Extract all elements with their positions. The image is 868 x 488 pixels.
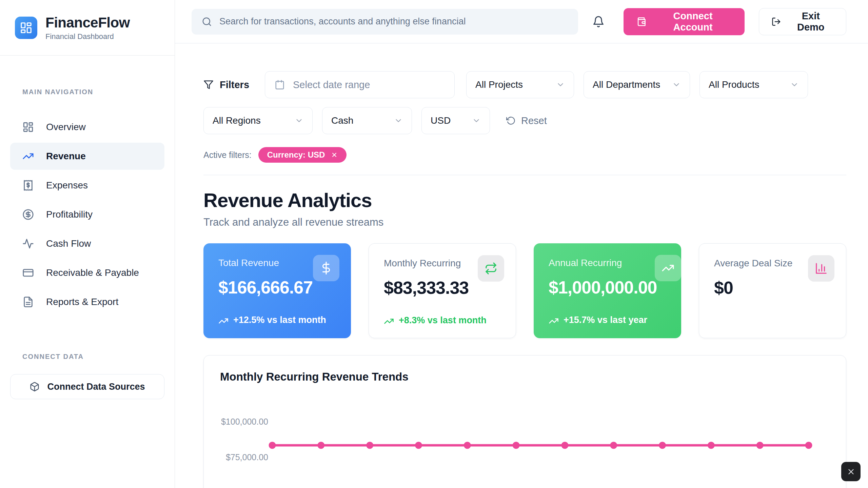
sidebar-item-profitability[interactable]: Profitability [10,201,164,228]
chevron-down-icon [295,116,303,125]
app-root: FinanceFlow Financial Dashboard MAIN NAV… [0,0,868,488]
reset-filters-button[interactable]: Reset [506,115,547,126]
wallet-icon [636,16,647,27]
connect-account-label: Connect Account [654,11,732,33]
global-search[interactable] [192,9,578,35]
content-column: Connect Account Exit Demo Filters [175,0,868,488]
data-point-marker[interactable] [708,442,715,449]
currency-filter-chip[interactable]: Currency: USD [258,147,347,163]
notifications-button[interactable] [592,16,605,28]
metric-cards: Total Revenue $166,666.67 +12.5% vs last… [203,243,846,338]
filters-row-2: All Regions Cash USD Reset [203,107,846,134]
data-point-marker[interactable] [513,442,520,449]
sidebar-item-label: Reports & Export [46,297,118,307]
data-point-marker[interactable] [610,442,617,449]
data-point-marker[interactable] [366,442,373,449]
data-point-marker[interactable] [317,442,324,449]
brand-text: FinanceFlow Financial Dashboard [45,15,130,41]
chart-title: Monthly Recurring Revenue Trends [220,370,830,383]
projects-dropdown-value: All Projects [475,79,523,90]
trending-up-icon [218,316,229,326]
file-text-icon [22,296,34,308]
date-range-input[interactable]: Select date range [265,71,455,98]
chevron-down-icon [672,80,681,89]
active-filters-label: Active filters: [203,150,252,160]
main-navigation: Overview Revenue Expenses Profitabil [0,114,175,316]
exit-demo-button[interactable]: Exit Demo [759,8,846,35]
metric-trend-text: +15.7% vs last year [564,314,647,326]
regions-dropdown[interactable]: All Regions [203,107,313,134]
sidebar-item-label: Overview [46,122,86,133]
connect-data-sources-button[interactable]: Connect Data Sources [10,374,164,399]
chevron-down-icon [394,116,403,125]
active-filters-row: Active filters: Currency: USD [203,147,846,163]
chevron-down-icon [472,116,481,125]
metric-trend: +15.7% vs last year [549,314,666,326]
sidebar: FinanceFlow Financial Dashboard MAIN NAV… [0,0,175,488]
page-title: Revenue Analytics [203,189,846,211]
repeat-icon [485,262,497,275]
connect-account-button[interactable]: Connect Account [624,8,745,35]
metric-card-average-deal-size: Average Deal Size $0 [699,243,846,338]
connect-data-section-title: CONNECT DATA [0,353,175,361]
close-icon[interactable] [331,151,338,158]
departments-dropdown[interactable]: All Departments [584,71,690,98]
metric-trend: +8.3% vs last month [384,314,496,326]
metric-card-total-revenue: Total Revenue $166,666.67 +12.5% vs last… [203,243,351,338]
sidebar-item-overview[interactable]: Overview [10,114,164,141]
log-out-icon [771,17,781,27]
top-bar: Connect Account Exit Demo [175,0,868,43]
y-axis-tick-label: $75,000.00 [214,452,268,462]
bell-icon [592,16,605,28]
section-divider [203,175,846,175]
data-point-marker[interactable] [805,442,812,449]
data-point-marker[interactable] [659,442,666,449]
products-dropdown[interactable]: All Products [699,71,808,98]
main-content: Filters Select date range All Projects A… [175,43,868,488]
trending-up-icon [549,316,559,326]
dismiss-widget-button[interactable] [841,462,861,481]
data-point-marker[interactable] [756,442,764,449]
filter-funnel-icon [203,80,214,90]
sidebar-item-receivable-payable[interactable]: Receivable & Payable [10,259,164,286]
chevron-down-icon [556,80,565,89]
sidebar-item-label: Revenue [46,151,86,162]
projects-dropdown[interactable]: All Projects [466,71,574,98]
y-axis-tick-label: $100,000.00 [214,417,268,426]
bar-chart-icon [815,262,828,275]
filters-label: Filters [220,79,249,90]
trending-up-icon [22,150,34,162]
app-title: FinanceFlow [45,15,130,31]
receipt-icon [22,180,34,191]
products-dropdown-value: All Products [709,79,759,90]
search-input[interactable] [219,16,568,27]
reset-filters-label: Reset [521,115,547,126]
regions-dropdown-value: All Regions [213,115,261,126]
trending-up-icon [384,316,394,326]
rotate-ccw-icon [506,116,516,125]
calendar-icon [275,80,285,90]
page-subtitle: Track and analyze all revenue streams [203,216,846,228]
sidebar-item-reports-export[interactable]: Reports & Export [10,288,164,316]
currency-dropdown[interactable]: USD [421,107,490,134]
close-icon [847,467,855,476]
accounting-method-dropdown[interactable]: Cash [322,107,412,134]
chevron-down-icon [790,80,799,89]
data-point-marker[interactable] [269,442,276,449]
sidebar-item-revenue[interactable]: Revenue [10,143,164,170]
metric-badge [655,255,681,281]
date-range-placeholder: Select date range [293,79,370,90]
metric-badge [313,255,339,281]
dollar-sign-icon [320,262,333,274]
exit-demo-label: Exit Demo [788,11,834,33]
metric-card-monthly-recurring: Monthly Recurring $83,333.33 +8.3% vs la… [369,243,516,338]
sidebar-item-label: Receivable & Payable [46,267,139,278]
sidebar-item-expenses[interactable]: Expenses [10,172,164,199]
app-logo-icon [15,17,37,39]
brand: FinanceFlow Financial Dashboard [0,0,175,56]
accounting-method-value: Cash [331,115,353,126]
data-point-marker[interactable] [464,442,471,449]
sidebar-item-cash-flow[interactable]: Cash Flow [10,230,164,257]
data-point-marker[interactable] [561,442,568,449]
data-point-marker[interactable] [415,442,422,449]
